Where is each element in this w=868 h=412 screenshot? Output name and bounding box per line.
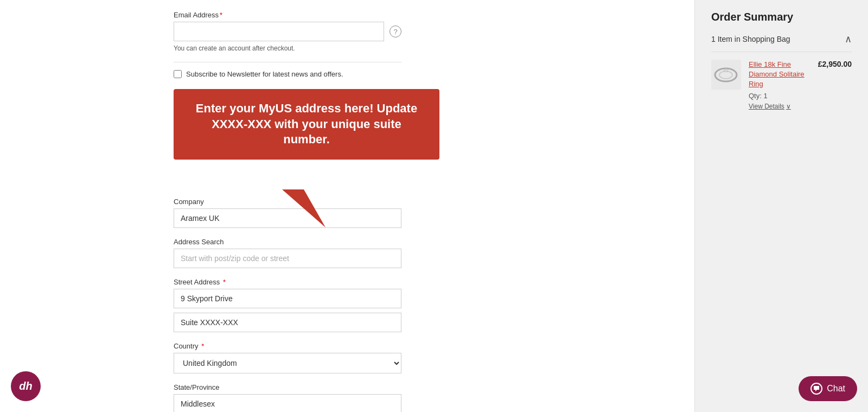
- item-name[interactable]: Ellie 18k Fine Diamond Solitaire Ring: [749, 60, 810, 90]
- newsletter-row: Subscribe to Newsletter for latest news …: [174, 70, 401, 78]
- newsletter-checkbox[interactable]: [174, 70, 182, 78]
- svg-point-2: [719, 71, 732, 79]
- callout-box: Enter your MyUS address here! Update XXX…: [174, 89, 439, 160]
- state-group: State/Province: [174, 383, 401, 412]
- help-icon[interactable]: ?: [390, 26, 401, 37]
- state-input[interactable]: [174, 394, 401, 412]
- address-search-input[interactable]: [174, 249, 401, 268]
- street-input-1[interactable]: [174, 289, 401, 308]
- chevron-down-icon: ∨: [786, 103, 791, 110]
- email-label: Email Address*: [174, 11, 401, 19]
- email-row: ?: [174, 22, 401, 41]
- callout-container: Enter your MyUS address here! Update XXX…: [174, 89, 445, 160]
- form-section: Email Address* ? You can create an accou…: [174, 11, 401, 412]
- ring-svg: [714, 67, 738, 83]
- bag-count-label: 1 Item in Shopping Bag: [711, 35, 790, 43]
- address-search-group: Address Search: [174, 238, 401, 268]
- state-label: State/Province: [174, 383, 401, 391]
- email-group: Email Address* ? You can create an accou…: [174, 11, 401, 52]
- logo-badge[interactable]: dh: [11, 371, 41, 401]
- divider-1: [174, 62, 401, 62]
- country-label: Country *: [174, 342, 401, 350]
- street-address-group: Street Address *: [174, 278, 401, 332]
- email-input[interactable]: [174, 22, 384, 41]
- item-image: [711, 60, 741, 90]
- svg-marker-0: [282, 189, 326, 227]
- item-qty: Qty: 1: [749, 92, 810, 100]
- chat-icon: [810, 383, 822, 395]
- street-input-2[interactable]: [174, 313, 401, 332]
- street-label: Street Address *: [174, 278, 401, 286]
- chevron-up-icon[interactable]: ∧: [845, 33, 852, 45]
- order-summary-panel: Order Summary 1 Item in Shopping Bag ∧ E…: [694, 0, 868, 412]
- item-price: £2,950.00: [818, 60, 852, 68]
- view-details-button[interactable]: View Details ∨: [749, 103, 810, 110]
- country-select[interactable]: United Kingdom United States Canada Aust…: [174, 353, 401, 373]
- country-group: Country * United Kingdom United States C…: [174, 342, 401, 373]
- newsletter-label: Subscribe to Newsletter for latest news …: [186, 70, 343, 78]
- chat-button[interactable]: Chat: [799, 376, 857, 401]
- item-details: Ellie 18k Fine Diamond Solitaire Ring Qt…: [749, 60, 810, 110]
- address-search-label: Address Search: [174, 238, 401, 246]
- page-layout: Email Address* ? You can create an accou…: [0, 0, 868, 412]
- email-hint: You can create an account after checkout…: [174, 45, 401, 52]
- main-content: Email Address* ? You can create an accou…: [0, 0, 694, 412]
- order-summary-title: Order Summary: [711, 11, 852, 23]
- order-item: Ellie 18k Fine Diamond Solitaire Ring Qt…: [711, 60, 852, 110]
- bag-header: 1 Item in Shopping Bag ∧: [711, 33, 852, 52]
